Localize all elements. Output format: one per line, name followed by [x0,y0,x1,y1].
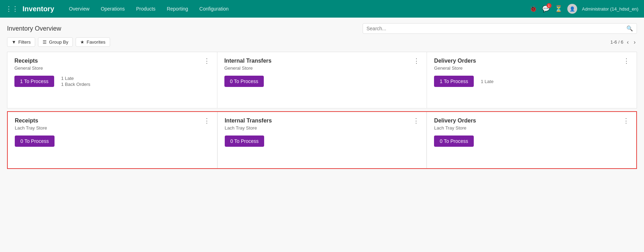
nav-right-icons: 🐞 💬 1 ⏳ 👤 Administrator (14_hdsd_en) [529,4,638,14]
clock-icon[interactable]: ⏳ [555,5,562,13]
nav-configuration[interactable]: Configuration [195,4,234,14]
next-page-arrow[interactable]: › [632,38,637,46]
card-body: 1 To Process 1 Late 1 Back Orders [14,76,210,87]
card-title: Receipts [15,118,38,124]
favorites-button[interactable]: ★ Favorites [76,37,110,47]
card-header: Internal Transfers ⋮ [224,58,420,64]
nav-menu: Overview Operations Products Reporting C… [64,4,529,14]
prev-page-arrow[interactable]: ‹ [625,38,630,46]
card-subtitle: Lach Tray Store [15,125,210,131]
card-subtitle: Lach Tray Store [434,125,629,131]
card-header: Delivery Orders ⋮ [434,118,629,124]
messages-icon[interactable]: 💬 1 [542,5,550,13]
card-header: Internal Transfers ⋮ [225,118,420,124]
card-subtitle: General Store [14,65,210,71]
highlighted-row: Receipts ⋮ Lach Tray Store 0 To Process … [7,111,637,169]
card-internal-lach: Internal Transfers ⋮ Lach Tray Store 0 T… [217,112,427,168]
process-button[interactable]: 0 To Process [15,136,55,147]
filters-button[interactable]: ▼ Filters [7,37,35,47]
page-title: Inventory Overview [7,25,61,32]
stat-late: 1 Late [481,79,493,84]
card-receipts-lach: Receipts ⋮ Lach Tray Store 0 To Process [8,112,217,168]
card-delivery-general: Delivery Orders ⋮ General Store 1 To Pro… [427,52,637,108]
card-header: Receipts ⋮ [14,58,210,64]
nav-operations[interactable]: Operations [96,4,129,14]
stat-late: 1 Late [61,76,90,81]
card-stats: 1 Late 1 Back Orders [61,76,90,87]
card-title: Delivery Orders [434,118,476,124]
process-button[interactable]: 1 To Process [434,76,474,87]
nav-reporting[interactable]: Reporting [162,4,193,14]
favorites-label: Favorites [87,39,105,45]
cards-grid-row1: Receipts ⋮ General Store 1 To Process 1 … [7,52,637,108]
pagination: 1-6 / 6 ‹ › [610,38,637,46]
groupby-label: Group By [49,39,68,45]
groupby-icon: ☰ [43,39,47,45]
content-area: Inventory Overview 🔍 ▼ Filters ☰ Group B… [0,18,644,177]
nav-overview[interactable]: Overview [64,4,94,14]
process-button[interactable]: 0 To Process [225,136,264,147]
search-icon[interactable]: 🔍 [626,25,633,32]
card-menu-icon[interactable]: ⋮ [623,118,629,124]
card-body: 1 To Process 1 Late [434,76,630,87]
nav-products[interactable]: Products [131,4,160,14]
card-header: Receipts ⋮ [15,118,210,124]
page-info: 1-6 / 6 [610,39,623,45]
card-stats: 1 Late [481,79,493,84]
card-title: Internal Transfers [225,118,272,124]
card-delivery-lach: Delivery Orders ⋮ Lach Tray Store 0 To P… [427,112,636,168]
username-label: Administrator (14_hdsd_en) [582,6,638,12]
filters-label: Filters [18,39,31,45]
avatar: 👤 [567,4,577,14]
process-button[interactable]: 0 To Process [434,136,474,147]
top-navigation: ⋮⋮ Inventory Overview Operations Product… [0,0,644,18]
notification-badge: 1 [547,3,551,8]
card-menu-icon[interactable]: ⋮ [413,118,419,124]
card-subtitle: General Store [224,65,420,71]
card-menu-icon[interactable]: ⋮ [204,58,210,64]
card-header: Delivery Orders ⋮ [434,58,630,64]
process-button[interactable]: 1 To Process [14,76,54,87]
card-receipts-general: Receipts ⋮ General Store 1 To Process 1 … [7,52,217,108]
card-menu-icon[interactable]: ⋮ [623,58,630,64]
card-body: 0 To Process [15,136,210,147]
card-body: 0 To Process [224,76,420,87]
filter-row: ▼ Filters ☰ Group By ★ Favorites 1-6 / 6… [7,37,637,47]
card-subtitle: General Store [434,65,630,71]
groupby-button[interactable]: ☰ Group By [38,37,73,47]
process-button[interactable]: 0 To Process [224,76,264,87]
search-bar: 🔍 [363,23,637,34]
card-internal-general: Internal Transfers ⋮ General Store 0 To … [217,52,427,108]
card-body: 0 To Process [225,136,420,147]
card-menu-icon[interactable]: ⋮ [413,58,420,64]
filter-icon: ▼ [12,39,16,45]
search-input[interactable] [366,26,626,31]
card-title: Receipts [14,58,38,64]
card-body: 0 To Process [434,136,629,147]
bug-icon[interactable]: 🐞 [529,5,537,13]
card-menu-icon[interactable]: ⋮ [204,118,210,124]
card-title: Delivery Orders [434,58,476,64]
card-title: Internal Transfers [224,58,272,64]
brand-title: Inventory [23,5,54,13]
stat-backorders: 1 Back Orders [61,82,90,87]
star-icon: ★ [80,39,84,45]
search-title-row: Inventory Overview 🔍 [7,23,637,34]
card-subtitle: Lach Tray Store [225,125,420,131]
grid-icon[interactable]: ⋮⋮ [6,5,18,13]
